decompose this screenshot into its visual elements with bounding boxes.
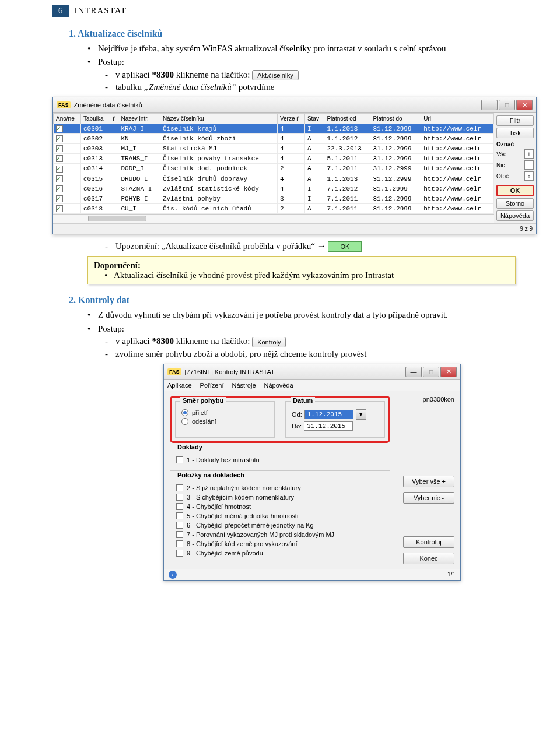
oznac-label: Označ <box>496 141 534 147</box>
upozorneni-line: Upozornění: „Aktualizace číselníků probě… <box>105 241 537 252</box>
polozky-item[interactable]: 2 - S již neplatným kódem nomenklatury <box>176 484 384 491</box>
vyber-nic-button[interactable]: Vyber nic - <box>403 492 454 504</box>
menu-item[interactable]: Pořízení <box>200 382 224 389</box>
table-row[interactable]: c0315DRUDO_IČíselník druhů dopravy4A1.1.… <box>54 174 494 184</box>
close-icon[interactable]: ✕ <box>516 100 533 110</box>
sec1-step-2: tabulku „Změněné data číselníků“ potvrdí… <box>105 82 537 92</box>
column-header[interactable]: Platnost od <box>324 114 370 124</box>
napoveda-button[interactable]: Nápověda <box>496 210 534 221</box>
checkbox-icon[interactable] <box>56 195 63 202</box>
checkbox-icon <box>176 503 183 510</box>
table-row[interactable]: c0313TRANS_IČíselník povahy transakce4A5… <box>54 154 494 164</box>
section-heading-2: 2. Kontroly dat <box>69 295 537 305</box>
close-icon[interactable]: ✕ <box>440 367 457 377</box>
radio-icon <box>181 409 188 416</box>
polozky-title: Položky na dokladech <box>175 472 247 479</box>
titlebar-2: FAS [7716INT] Kontroly INTRASTAT — □ ✕ <box>164 364 460 380</box>
otoc-label: Otoč <box>496 173 523 180</box>
polozky-item[interactable]: 5 - Chybějící měrná jednotka hmotnosti <box>176 512 384 519</box>
smer-datum-highlight: Směr pohybu přijetí odeslání Datum <box>170 396 390 443</box>
date-od-input[interactable]: 1.12.2015 <box>304 410 354 419</box>
radio-prijeti[interactable]: přijetí <box>181 409 268 416</box>
sec1-bullet-postup: Postup: <box>88 56 537 68</box>
polozky-item[interactable]: 4 - Chybějící hmotnost <box>176 503 384 510</box>
vse-label: Vše <box>496 151 523 157</box>
akt-ciselniky-button[interactable]: Akt.číselníky <box>252 70 299 80</box>
column-header[interactable]: Url <box>421 114 494 124</box>
column-header[interactable]: Nazev intr. <box>118 114 160 124</box>
sec2-step-2: zvolíme směr pohybu zboží a období, pro … <box>105 349 537 359</box>
polozky-item[interactable]: 9 - Chybějící země původu <box>176 550 384 557</box>
polozky-item[interactable]: 6 - Chybějící přepočet měrné jednotky na… <box>176 522 384 529</box>
filtr-button[interactable]: Filtr <box>496 115 534 126</box>
checkbox-icon <box>176 456 183 463</box>
ok-green-button[interactable]: OK <box>328 241 362 252</box>
table-row[interactable]: c0317POHYB_IZvláštní pohyby3I7.1.201131.… <box>54 194 494 203</box>
pager: 1/1 <box>447 571 456 578</box>
sec1-step-1: v aplikaci *8300 klikneme na tlačítko: A… <box>105 70 537 81</box>
polozky-item[interactable]: 7 - Porovnání vykazovaných MJ proti skla… <box>176 531 384 538</box>
datum-title: Datum <box>290 397 315 404</box>
checkbox-icon[interactable] <box>56 175 63 182</box>
checkbox-icon[interactable] <box>56 125 63 132</box>
column-header[interactable]: Název číselníku <box>160 114 277 124</box>
fas-icon: FAS <box>167 368 181 375</box>
kontroly-button[interactable]: Kontroly <box>252 337 286 347</box>
tisk-button[interactable]: Tisk <box>496 128 534 138</box>
table-row[interactable]: c0301KRAJ_IČíselník krajů4I1.1.201331.12… <box>54 124 494 134</box>
table-row[interactable]: c0318CU_IČís. kódů celních úřadů2A7.1.20… <box>54 203 494 213</box>
vyber-vse-button[interactable]: Vyber vše + <box>403 476 454 487</box>
polozky-item[interactable]: 3 - S chybějícím kódem nomenklatury <box>176 494 384 501</box>
column-header[interactable]: Tabulka <box>81 114 110 124</box>
column-header[interactable]: Platnost do <box>370 114 421 124</box>
kontroluj-button[interactable]: Kontroluj <box>403 536 454 548</box>
hscrollbar[interactable] <box>53 214 494 223</box>
radio-odeslani[interactable]: odeslání <box>181 418 268 425</box>
sec1-bullet-intro: Nejdříve je třeba, aby systém WinFAS akt… <box>88 43 537 54</box>
menu-item[interactable]: Nástroje <box>232 382 256 389</box>
ok-button[interactable]: OK <box>496 185 534 196</box>
page-header: 6 INTRASTAT <box>52 5 537 17</box>
od-label: Od: <box>292 411 302 418</box>
doklady-item-1[interactable]: 1 - Doklady bez intrastatu <box>176 456 384 463</box>
window-kontroly: FAS [7716INT] Kontroly INTRASTAT — □ ✕ A… <box>163 364 461 581</box>
menu-item[interactable]: Aplikace <box>167 382 192 389</box>
storno-button[interactable]: Storno <box>496 198 534 209</box>
minimize-icon[interactable]: — <box>405 367 422 377</box>
checkbox-icon <box>176 484 183 491</box>
table-row[interactable]: c0314DODP_IČíselník dod. podmínek2A7.1.2… <box>54 164 494 174</box>
column-header[interactable]: Verze ŕ <box>277 114 304 124</box>
column-header[interactable]: ŕ <box>110 114 118 124</box>
checkbox-icon <box>176 512 183 519</box>
page-number: 6 <box>52 5 69 17</box>
ciselniky-table[interactable]: Ano/neTabulkaŕNazev intr.Název číselníku… <box>53 113 494 214</box>
checkbox-icon[interactable] <box>56 145 63 152</box>
nic-label: Nic <box>496 162 523 168</box>
fas-icon: FAS <box>57 101 71 108</box>
table-row[interactable]: c0303MJ_IStatistická MJ4A22.3.201331.12.… <box>54 144 494 154</box>
info-icon[interactable]: i <box>169 571 177 579</box>
page-title: INTRASTAT <box>75 6 127 16</box>
maximize-icon[interactable]: □ <box>499 100 515 110</box>
column-header[interactable]: Stav <box>304 114 324 124</box>
polozky-item[interactable]: 8 - Chybějící kód země pro vykazování <box>176 540 384 547</box>
checkbox-icon[interactable] <box>56 205 63 212</box>
minimize-icon[interactable]: — <box>481 100 498 110</box>
checkbox-icon[interactable] <box>56 155 63 162</box>
checkbox-icon <box>176 531 183 538</box>
konec-button[interactable]: Konec <box>403 553 454 564</box>
date-do-input[interactable]: 31.12.2015 <box>304 421 353 431</box>
recbox-item: Aktualizaci číselníků je vhodné provést … <box>104 270 509 280</box>
table-row[interactable]: c0302KNČíselník kódů zboží4A1.1.201231.1… <box>54 134 494 144</box>
otoc-button[interactable]: ↕ <box>524 171 534 181</box>
menu-item[interactable]: Nápověda <box>264 382 293 389</box>
column-header[interactable]: Ano/ne <box>54 114 81 124</box>
checkbox-icon[interactable] <box>56 135 63 142</box>
maximize-icon[interactable]: □ <box>423 367 439 377</box>
checkbox-icon[interactable] <box>56 185 63 192</box>
nic-minus-button[interactable]: – <box>524 160 534 170</box>
checkbox-icon[interactable] <box>56 166 63 173</box>
table-row[interactable]: c0316STAZNA_IZvláštní statistické kódy4I… <box>54 184 494 194</box>
vse-plus-button[interactable]: + <box>524 149 534 159</box>
date-dropdown-icon[interactable]: ▼ <box>356 409 366 420</box>
